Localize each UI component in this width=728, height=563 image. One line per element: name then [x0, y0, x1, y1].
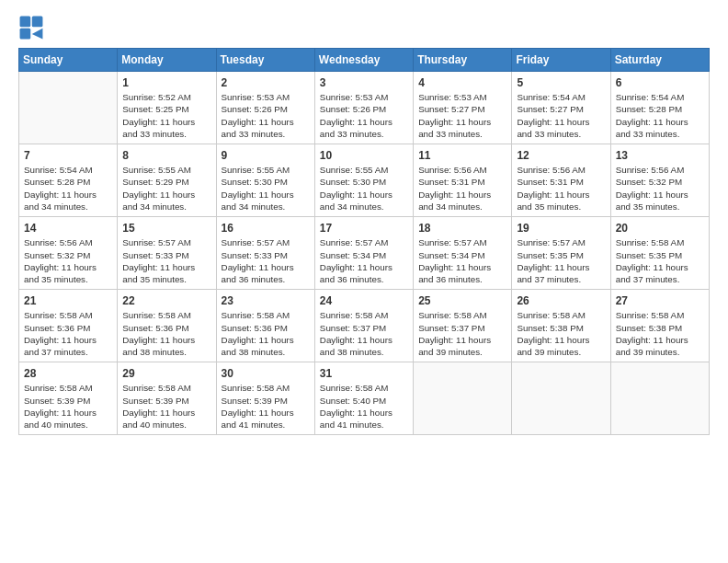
calendar-week-2: 7Sunrise: 5:54 AM Sunset: 5:28 PM Daylig… [19, 144, 710, 217]
day-number: 7 [24, 148, 112, 163]
calendar-cell: 14Sunrise: 5:56 AM Sunset: 5:32 PM Dayli… [19, 217, 118, 290]
calendar-cell: 24Sunrise: 5:58 AM Sunset: 5:37 PM Dayli… [314, 290, 413, 362]
day-number: 20 [616, 221, 704, 236]
col-header-tuesday: Tuesday [216, 49, 314, 72]
day-number: 14 [24, 221, 112, 236]
day-info: Sunrise: 5:55 AM Sunset: 5:29 PM Dayligh… [122, 164, 210, 213]
day-info: Sunrise: 5:57 AM Sunset: 5:34 PM Dayligh… [418, 236, 506, 285]
calendar-cell: 28Sunrise: 5:58 AM Sunset: 5:39 PM Dayli… [19, 362, 118, 435]
day-number: 30 [222, 366, 310, 381]
calendar-cell: 7Sunrise: 5:54 AM Sunset: 5:28 PM Daylig… [19, 144, 118, 217]
calendar-cell: 26Sunrise: 5:58 AM Sunset: 5:38 PM Dayli… [512, 290, 610, 362]
day-info: Sunrise: 5:53 AM Sunset: 5:26 PM Dayligh… [320, 91, 408, 140]
day-number: 1 [122, 75, 210, 90]
svg-marker-3 [32, 29, 43, 40]
day-info: Sunrise: 5:57 AM Sunset: 5:33 PM Dayligh… [222, 236, 310, 285]
calendar-cell [610, 362, 709, 435]
day-info: Sunrise: 5:58 AM Sunset: 5:37 PM Dayligh… [320, 309, 408, 358]
day-number: 22 [122, 293, 210, 308]
header [18, 15, 710, 40]
calendar-cell: 17Sunrise: 5:57 AM Sunset: 5:34 PM Dayli… [314, 217, 413, 290]
day-number: 3 [320, 75, 408, 90]
day-number: 25 [418, 293, 506, 308]
calendar-cell: 6Sunrise: 5:54 AM Sunset: 5:28 PM Daylig… [610, 72, 709, 144]
day-number: 27 [616, 293, 704, 308]
col-header-friday: Friday [512, 49, 610, 72]
calendar-week-5: 28Sunrise: 5:58 AM Sunset: 5:39 PM Dayli… [19, 362, 710, 435]
day-number: 5 [517, 75, 605, 90]
calendar-cell: 11Sunrise: 5:56 AM Sunset: 5:31 PM Dayli… [414, 144, 512, 217]
col-header-wednesday: Wednesday [314, 49, 413, 72]
day-info: Sunrise: 5:55 AM Sunset: 5:30 PM Dayligh… [222, 164, 310, 213]
col-header-saturday: Saturday [610, 49, 709, 72]
day-info: Sunrise: 5:54 AM Sunset: 5:28 PM Dayligh… [24, 164, 112, 213]
calendar-cell: 16Sunrise: 5:57 AM Sunset: 5:33 PM Dayli… [216, 217, 314, 290]
day-number: 16 [222, 221, 310, 236]
day-info: Sunrise: 5:52 AM Sunset: 5:25 PM Dayligh… [122, 91, 210, 140]
day-number: 31 [320, 366, 408, 381]
day-info: Sunrise: 5:53 AM Sunset: 5:26 PM Dayligh… [222, 91, 310, 140]
svg-rect-0 [20, 17, 31, 28]
calendar-cell: 4Sunrise: 5:53 AM Sunset: 5:27 PM Daylig… [414, 72, 512, 144]
day-info: Sunrise: 5:58 AM Sunset: 5:35 PM Dayligh… [616, 236, 704, 285]
day-number: 13 [616, 148, 704, 163]
calendar-cell: 31Sunrise: 5:58 AM Sunset: 5:40 PM Dayli… [314, 362, 413, 435]
day-number: 18 [418, 221, 506, 236]
day-number: 24 [320, 293, 408, 308]
day-number: 29 [122, 366, 210, 381]
calendar-cell: 23Sunrise: 5:58 AM Sunset: 5:36 PM Dayli… [216, 290, 314, 362]
day-info: Sunrise: 5:58 AM Sunset: 5:36 PM Dayligh… [222, 309, 310, 358]
calendar-cell [19, 72, 118, 144]
day-info: Sunrise: 5:55 AM Sunset: 5:30 PM Dayligh… [320, 164, 408, 213]
calendar-week-3: 14Sunrise: 5:56 AM Sunset: 5:32 PM Dayli… [19, 217, 710, 290]
calendar-cell: 30Sunrise: 5:58 AM Sunset: 5:39 PM Dayli… [216, 362, 314, 435]
day-info: Sunrise: 5:58 AM Sunset: 5:38 PM Dayligh… [616, 309, 704, 358]
day-info: Sunrise: 5:58 AM Sunset: 5:36 PM Dayligh… [122, 309, 210, 358]
day-info: Sunrise: 5:57 AM Sunset: 5:33 PM Dayligh… [122, 236, 210, 285]
day-number: 19 [517, 221, 605, 236]
day-info: Sunrise: 5:54 AM Sunset: 5:28 PM Dayligh… [616, 91, 704, 140]
calendar-cell: 8Sunrise: 5:55 AM Sunset: 5:29 PM Daylig… [118, 144, 216, 217]
day-info: Sunrise: 5:56 AM Sunset: 5:32 PM Dayligh… [24, 236, 112, 285]
day-number: 8 [122, 148, 210, 163]
calendar-cell [512, 362, 610, 435]
calendar-cell: 5Sunrise: 5:54 AM Sunset: 5:27 PM Daylig… [512, 72, 610, 144]
col-header-sunday: Sunday [19, 49, 118, 72]
day-number: 10 [320, 148, 408, 163]
day-info: Sunrise: 5:56 AM Sunset: 5:31 PM Dayligh… [517, 164, 605, 213]
calendar-cell: 18Sunrise: 5:57 AM Sunset: 5:34 PM Dayli… [414, 217, 512, 290]
page: SundayMondayTuesdayWednesdayThursdayFrid… [0, 0, 728, 563]
calendar-cell: 10Sunrise: 5:55 AM Sunset: 5:30 PM Dayli… [314, 144, 413, 217]
day-number: 2 [222, 75, 310, 90]
day-number: 6 [616, 75, 704, 90]
day-info: Sunrise: 5:58 AM Sunset: 5:40 PM Dayligh… [320, 382, 408, 431]
day-number: 21 [24, 293, 112, 308]
day-info: Sunrise: 5:57 AM Sunset: 5:34 PM Dayligh… [320, 236, 408, 285]
day-number: 28 [24, 366, 112, 381]
day-info: Sunrise: 5:58 AM Sunset: 5:37 PM Dayligh… [418, 309, 506, 358]
day-number: 17 [320, 221, 408, 236]
calendar-cell: 25Sunrise: 5:58 AM Sunset: 5:37 PM Dayli… [414, 290, 512, 362]
day-number: 15 [122, 221, 210, 236]
calendar-cell: 12Sunrise: 5:56 AM Sunset: 5:31 PM Dayli… [512, 144, 610, 217]
day-info: Sunrise: 5:58 AM Sunset: 5:38 PM Dayligh… [517, 309, 605, 358]
calendar-week-1: 1Sunrise: 5:52 AM Sunset: 5:25 PM Daylig… [19, 72, 710, 144]
calendar-cell: 27Sunrise: 5:58 AM Sunset: 5:38 PM Dayli… [610, 290, 709, 362]
col-header-thursday: Thursday [414, 49, 512, 72]
calendar-cell [414, 362, 512, 435]
calendar-cell: 22Sunrise: 5:58 AM Sunset: 5:36 PM Dayli… [118, 290, 216, 362]
calendar-cell: 3Sunrise: 5:53 AM Sunset: 5:26 PM Daylig… [314, 72, 413, 144]
calendar-cell: 9Sunrise: 5:55 AM Sunset: 5:30 PM Daylig… [216, 144, 314, 217]
day-info: Sunrise: 5:58 AM Sunset: 5:39 PM Dayligh… [222, 382, 310, 431]
day-info: Sunrise: 5:58 AM Sunset: 5:39 PM Dayligh… [24, 382, 112, 431]
col-header-monday: Monday [118, 49, 216, 72]
day-info: Sunrise: 5:56 AM Sunset: 5:31 PM Dayligh… [418, 164, 506, 213]
day-info: Sunrise: 5:58 AM Sunset: 5:39 PM Dayligh… [122, 382, 210, 431]
day-info: Sunrise: 5:54 AM Sunset: 5:27 PM Dayligh… [517, 91, 605, 140]
day-number: 11 [418, 148, 506, 163]
calendar-cell: 20Sunrise: 5:58 AM Sunset: 5:35 PM Dayli… [610, 217, 709, 290]
day-number: 23 [222, 293, 310, 308]
day-info: Sunrise: 5:57 AM Sunset: 5:35 PM Dayligh… [517, 236, 605, 285]
logo-icon [18, 15, 44, 40]
calendar-cell: 13Sunrise: 5:56 AM Sunset: 5:32 PM Dayli… [610, 144, 709, 217]
